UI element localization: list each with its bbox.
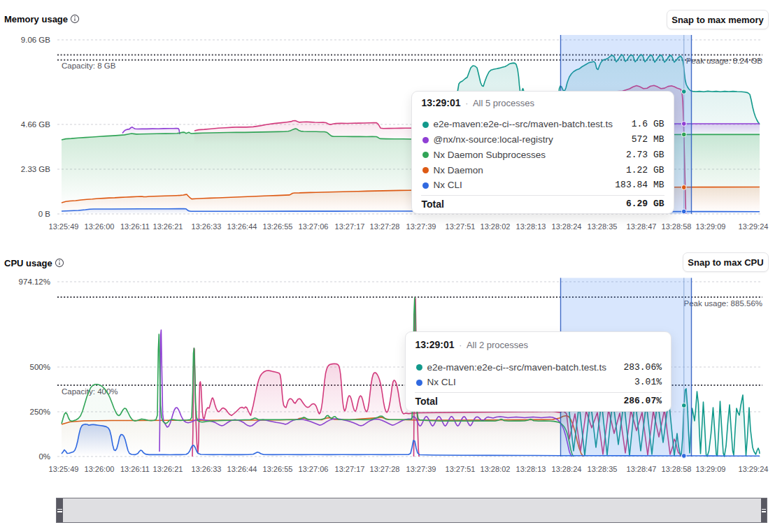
svg-text:13:27:28: 13:27:28 <box>370 465 400 473</box>
svg-text:13:27:17: 13:27:17 <box>335 465 365 473</box>
svg-text:13:28:02: 13:28:02 <box>481 222 511 231</box>
svg-text:13:28:02: 13:28:02 <box>481 465 511 473</box>
svg-text:13:25:49: 13:25:49 <box>49 222 79 231</box>
svg-text:13:25:49: 13:25:49 <box>49 465 79 473</box>
svg-text:13:28:47: 13:28:47 <box>627 222 657 231</box>
svg-text:13:27:06: 13:27:06 <box>299 465 329 473</box>
svg-text:13:28:58: 13:28:58 <box>662 222 692 231</box>
svg-text:13:26:55: 13:26:55 <box>263 222 293 231</box>
svg-text:13:28:58: 13:28:58 <box>662 465 692 473</box>
svg-text:0 B: 0 B <box>38 210 51 218</box>
svg-text:13:26:33: 13:26:33 <box>192 465 222 473</box>
svg-text:Peak usage: 8.24 GB: Peak usage: 8.24 GB <box>686 57 763 65</box>
svg-text:13:26:11: 13:26:11 <box>120 222 150 231</box>
svg-text:4.66 GB: 4.66 GB <box>21 120 51 129</box>
svg-text:13:27:06: 13:27:06 <box>299 222 329 231</box>
svg-text:13:28:24: 13:28:24 <box>552 222 582 231</box>
svg-text:13:26:00: 13:26:00 <box>85 465 115 473</box>
svg-text:13:27:17: 13:27:17 <box>335 222 365 231</box>
svg-text:13:26:00: 13:26:00 <box>85 222 115 231</box>
svg-text:13:27:39: 13:27:39 <box>406 222 436 231</box>
svg-text:Capacity: 8 GB: Capacity: 8 GB <box>62 62 116 70</box>
svg-text:13:28:47: 13:28:47 <box>627 465 657 473</box>
svg-text:250%: 250% <box>30 408 50 416</box>
svg-text:Peak usage: 885.56%: Peak usage: 885.56% <box>683 299 762 308</box>
svg-text:13:26:33: 13:26:33 <box>192 222 222 231</box>
svg-text:13:26:11: 13:26:11 <box>120 465 150 473</box>
svg-text:0%: 0% <box>38 452 50 461</box>
svg-text:13:28:35: 13:28:35 <box>588 222 618 231</box>
svg-text:13:28:13: 13:28:13 <box>516 222 546 231</box>
svg-text:13:26:21: 13:26:21 <box>153 465 183 473</box>
svg-text:13:28:35: 13:28:35 <box>588 465 618 473</box>
svg-text:13:28:24: 13:28:24 <box>552 465 582 473</box>
svg-text:13:27:28: 13:27:28 <box>370 222 400 231</box>
svg-text:2.33 GB: 2.33 GB <box>21 165 51 173</box>
svg-text:500%: 500% <box>30 363 50 371</box>
svg-text:9.06 GB: 9.06 GB <box>21 36 51 44</box>
svg-text:13:26:44: 13:26:44 <box>227 465 257 473</box>
svg-text:13:27:39: 13:27:39 <box>406 465 436 473</box>
svg-text:13:29:24: 13:29:24 <box>739 465 769 473</box>
svg-text:13:29:09: 13:29:09 <box>696 465 726 473</box>
svg-text:974.12%: 974.12% <box>19 278 50 286</box>
svg-text:13:26:55: 13:26:55 <box>263 465 293 473</box>
svg-text:13:29:24: 13:29:24 <box>739 222 769 231</box>
svg-text:13:26:21: 13:26:21 <box>153 222 183 231</box>
svg-text:13:29:09: 13:29:09 <box>696 222 726 231</box>
svg-text:13:26:44: 13:26:44 <box>227 222 257 231</box>
svg-text:13:28:13: 13:28:13 <box>516 465 546 473</box>
svg-text:13:27:51: 13:27:51 <box>446 465 476 473</box>
svg-text:13:27:51: 13:27:51 <box>446 222 476 231</box>
